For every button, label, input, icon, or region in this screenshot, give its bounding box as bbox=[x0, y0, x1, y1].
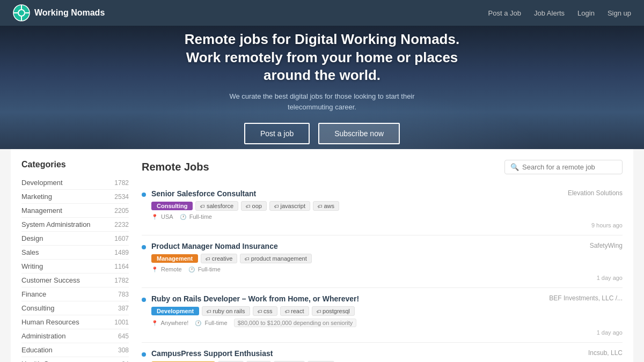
job-time: 1 day ago bbox=[151, 275, 623, 281]
job-tags: Development ruby on railscssreactpostgre… bbox=[151, 306, 623, 316]
sidebar-item[interactable]: Marketing 2534 bbox=[21, 190, 129, 204]
sidebar-item-label: Development bbox=[21, 179, 63, 187]
sidebar-item-label: Human Resources bbox=[21, 318, 79, 326]
search-icon: 🔍 bbox=[510, 163, 519, 171]
sidebar-item[interactable]: Administration 645 bbox=[21, 329, 129, 343]
sidebar-item[interactable]: Writing 1164 bbox=[21, 260, 129, 274]
sidebar-item[interactable]: System Administration 2232 bbox=[21, 218, 129, 232]
hero-buttons: Post a job Subscribe now bbox=[185, 123, 459, 144]
location-meta: Remote bbox=[151, 266, 182, 272]
sidebar-item-count: 1782 bbox=[114, 277, 129, 284]
sidebar-item-count: 1607 bbox=[114, 235, 129, 242]
type-meta: Full-time bbox=[188, 266, 221, 272]
job-card: Ruby on Rails Developer – Work from Home… bbox=[142, 288, 623, 343]
post-job-button[interactable]: Post a job bbox=[244, 123, 310, 144]
skill-tag: oop bbox=[241, 201, 267, 211]
sidebar-item-label: Sales bbox=[21, 248, 39, 256]
job-title[interactable]: Ruby on Rails Developer – Work from Home… bbox=[151, 294, 359, 303]
skill-tag: postgresql bbox=[312, 306, 355, 316]
navbar-links: Post a Job Job Alerts Login Sign up bbox=[488, 9, 631, 17]
sidebar-item-label: Design bbox=[21, 234, 43, 242]
sidebar-item-label: Education bbox=[21, 346, 53, 354]
job-meta: Remote Full-time bbox=[151, 266, 623, 272]
nav-post-job[interactable]: Post a Job bbox=[488, 9, 521, 17]
sidebar-item-label: Writing bbox=[21, 262, 43, 270]
nav-job-alerts[interactable]: Job Alerts bbox=[534, 9, 565, 17]
job-meta: USA Full-time bbox=[151, 213, 623, 220]
search-input[interactable] bbox=[522, 163, 617, 171]
skill-tag: css bbox=[253, 306, 277, 316]
job-card-top: Product Manager Nomad Insurance SafetyWi… bbox=[151, 242, 623, 250]
sidebar-item[interactable]: Customer Success 1782 bbox=[21, 274, 129, 287]
sidebar-item-count: 645 bbox=[118, 333, 129, 340]
category-tag[interactable]: Management bbox=[151, 254, 198, 263]
job-tags: Consulting salesforceoopjavascriptaws bbox=[151, 201, 623, 211]
sidebar-item[interactable]: Finance 783 bbox=[21, 287, 129, 301]
job-list: Remote Jobs 🔍 Senior Salesforce Consulta… bbox=[142, 160, 623, 362]
sidebar-item-count: 2232 bbox=[114, 221, 129, 228]
job-title[interactable]: Senior Salesforce Consultant bbox=[151, 189, 256, 198]
sidebar-item[interactable]: Management 2205 bbox=[21, 204, 129, 218]
salary-badge: $80,000 to $120,000 depending on seniori… bbox=[234, 319, 357, 327]
sidebar-item-label: Consulting bbox=[21, 304, 54, 312]
sidebar-item-label: Administration bbox=[21, 332, 65, 340]
sidebar-item-count: 1164 bbox=[114, 263, 129, 270]
sidebar-item-count: 1489 bbox=[114, 249, 129, 256]
job-bullet bbox=[142, 193, 146, 197]
job-title[interactable]: CampusPress Support Enthusiast bbox=[151, 349, 273, 358]
sidebar-item[interactable]: Sales 1489 bbox=[21, 246, 129, 260]
category-tag[interactable]: Development bbox=[151, 307, 199, 315]
nav-login[interactable]: Login bbox=[577, 9, 595, 17]
job-time: 9 hours ago bbox=[151, 222, 623, 228]
skill-tag: aws bbox=[313, 201, 339, 211]
job-meta: Anywhere! Full-time $80,000 to $120,000 … bbox=[151, 319, 623, 327]
job-card-top: CampusPress Support Enthusiast Incsub, L… bbox=[151, 349, 623, 358]
sidebar-item[interactable]: Health Care 94 bbox=[21, 357, 129, 362]
sidebar-item-count: 2205 bbox=[114, 207, 129, 215]
nav-signup[interactable]: Sign up bbox=[608, 9, 631, 17]
sidebar-item-label: Finance bbox=[21, 290, 46, 298]
skill-tag: creative bbox=[201, 254, 237, 263]
navbar: Working Nomads Post a Job Job Alerts Log… bbox=[0, 0, 644, 26]
job-bullet bbox=[142, 352, 146, 357]
job-tags: Management creativeproduct management bbox=[151, 254, 623, 263]
job-card-body: Ruby on Rails Developer – Work from Home… bbox=[151, 294, 623, 336]
navbar-brand: Working Nomads bbox=[13, 4, 488, 21]
job-company: SafetyWing bbox=[590, 242, 623, 249]
main-content: Categories Development 1782 Marketing 25… bbox=[11, 149, 633, 362]
job-bullet bbox=[142, 245, 146, 249]
sidebar-item-count: 1782 bbox=[114, 179, 129, 187]
sidebar-item-count: 1001 bbox=[114, 319, 129, 326]
job-card: Product Manager Nomad Insurance SafetyWi… bbox=[142, 235, 623, 288]
search-wrapper: 🔍 bbox=[504, 160, 623, 174]
sidebar-item-count: 94 bbox=[122, 360, 129, 363]
sidebar-item[interactable]: Consulting 387 bbox=[21, 301, 129, 315]
skill-tag: ruby on rails bbox=[202, 306, 250, 316]
job-time: 1 day ago bbox=[151, 329, 623, 336]
job-title[interactable]: Product Manager Nomad Insurance bbox=[151, 242, 278, 250]
sidebar-item-label: Management bbox=[21, 206, 62, 215]
job-card: CampusPress Support Enthusiast Incsub, L… bbox=[142, 343, 623, 362]
sidebar-item-count: 2534 bbox=[114, 193, 129, 201]
hero-subtitle: We curate the best digital jobs for thos… bbox=[185, 91, 459, 112]
sidebar-item-label: System Administration bbox=[21, 220, 91, 228]
sidebar-item[interactable]: Design 1607 bbox=[21, 232, 129, 246]
skill-tag: salesforce bbox=[195, 201, 238, 211]
hero-title: Remote jobs for Digital Working Nomads.W… bbox=[185, 31, 459, 85]
category-tag[interactable]: Consulting bbox=[151, 202, 193, 210]
site-logo bbox=[13, 4, 30, 21]
sidebar-title: Categories bbox=[21, 160, 129, 169]
job-cards: Senior Salesforce Consultant Elevation S… bbox=[142, 183, 623, 362]
sidebar-item-count: 783 bbox=[118, 291, 129, 298]
location-meta: Anywhere! bbox=[151, 320, 188, 326]
sidebar-item-label: Customer Success bbox=[21, 276, 80, 284]
job-company: BEF Investments, LLC /... bbox=[549, 294, 623, 302]
job-card-top: Ruby on Rails Developer – Work from Home… bbox=[151, 294, 623, 303]
subscribe-now-button[interactable]: Subscribe now bbox=[318, 123, 400, 144]
job-card: Senior Salesforce Consultant Elevation S… bbox=[142, 183, 623, 235]
skill-tag: product management bbox=[240, 254, 311, 263]
sidebar-item[interactable]: Development 1782 bbox=[21, 176, 129, 190]
sidebar-item[interactable]: Education 308 bbox=[21, 343, 129, 357]
sidebar-item[interactable]: Human Resources 1001 bbox=[21, 315, 129, 329]
job-company: Elevation Solutions bbox=[568, 189, 623, 197]
